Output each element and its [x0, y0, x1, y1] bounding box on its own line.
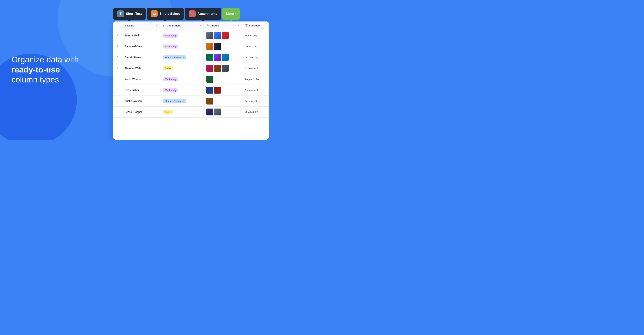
- table-body: 1Jerome BellMarketingMay 6, 20122Savanna…: [113, 30, 269, 118]
- row-photos: [204, 85, 242, 96]
- header-checkbox[interactable]: [116, 24, 119, 27]
- row-number: 4: [113, 63, 122, 74]
- hero-line1: Organize data with: [12, 55, 79, 64]
- row-photos: [204, 52, 242, 63]
- table-row[interactable]: 6Cody FisherMarketingDecember 2: [113, 85, 269, 96]
- department-badge: Marketing: [163, 44, 178, 48]
- photo-thumbnail: [206, 108, 213, 115]
- row-department: Marketing: [160, 85, 204, 96]
- name-col-label: Name: [127, 24, 134, 27]
- short-text-icon: T: [117, 10, 124, 17]
- row-number: 6: [113, 85, 122, 96]
- more-label: More ›: [226, 12, 236, 16]
- row-department: Human Resource: [160, 96, 204, 107]
- row-department: Marketing: [160, 30, 204, 41]
- row-department: Marketing: [160, 74, 204, 85]
- table-row[interactable]: 7Kristin WatsonHuman ResourceFebruary 9,: [113, 96, 269, 107]
- photos-col-icon: 📎: [206, 24, 210, 27]
- row-name: Kristin Watson: [122, 96, 160, 107]
- photo-thumbnail: [206, 76, 213, 83]
- row-date: May 6, 2012: [242, 30, 269, 41]
- attachments-label: Attachments: [198, 12, 217, 16]
- col-date-header[interactable]: 📅 Start date: [242, 21, 269, 30]
- row-department: Marketing: [160, 41, 204, 52]
- more-button[interactable]: More ›: [222, 8, 240, 20]
- row-photos: [204, 30, 242, 41]
- row-department: Sales: [160, 63, 204, 74]
- row-photos: [204, 74, 242, 85]
- table-row[interactable]: 5Wade WarrenMarketingAugust 2, 20: [113, 74, 269, 85]
- row-number: 3: [113, 52, 122, 63]
- hero-text: Organize data with ready-to-use column t…: [12, 55, 79, 85]
- col-photos-header[interactable]: 📎 Photos ▾: [204, 21, 242, 30]
- department-badge: Marketing: [163, 33, 178, 37]
- col-name-header[interactable]: T Name ▾: [122, 21, 160, 30]
- department-badge: Sales: [163, 66, 173, 70]
- photo-thumbnail: [206, 98, 213, 104]
- row-number: 5: [113, 74, 122, 85]
- dept-col-chevron: ▾: [200, 24, 201, 27]
- attachments-button[interactable]: 📎 Attachments: [185, 8, 221, 20]
- row-name: Savannah Yen: [122, 41, 160, 52]
- table-header-row: T Name ▾ 🏷 Department ▾: [113, 21, 269, 30]
- photo-thumbnail: [214, 32, 221, 39]
- col-dept-header[interactable]: 🏷 Department ▾: [160, 21, 204, 30]
- photo-thumbnail: [222, 65, 228, 72]
- photo-thumbnail: [206, 87, 213, 94]
- row-date: December 2: [242, 85, 269, 96]
- photo-thumbnail: [214, 43, 221, 50]
- department-badge: Marketing: [163, 88, 178, 92]
- row-number: 7: [113, 96, 122, 107]
- table-row[interactable]: 2Savannah YenMarketingAugust 24,: [113, 41, 269, 52]
- row-date: November 2: [242, 63, 269, 74]
- single-select-icon: 🏷: [151, 10, 158, 17]
- photo-thumbnail: [206, 65, 213, 72]
- table-row[interactable]: 4Theresa WebbSalesNovember 2: [113, 63, 269, 74]
- photo-thumbnail: [214, 108, 221, 115]
- name-col-chevron: ▾: [156, 24, 158, 27]
- date-col-icon: 📅: [245, 24, 248, 27]
- row-number: 1: [113, 30, 122, 41]
- single-select-label: Single Select: [160, 12, 180, 16]
- row-number: 2: [113, 41, 122, 52]
- photo-thumbnail: [214, 87, 221, 94]
- row-photos: [204, 41, 242, 52]
- photo-thumbnail: [206, 54, 213, 61]
- row-date: October 24,: [242, 52, 269, 63]
- col-checkbox: [113, 21, 122, 30]
- hero-line2: ready-to-use: [12, 65, 60, 74]
- row-date: August 2, 20: [242, 74, 269, 85]
- photo-thumbnail: [214, 65, 221, 72]
- short-text-label: Short Text: [126, 12, 142, 16]
- photos-col-label: Photos: [210, 24, 219, 27]
- hero-line3: column types: [12, 75, 59, 84]
- row-name: Jerome Bell: [122, 30, 160, 41]
- row-name: Wade Warren: [122, 74, 160, 85]
- row-date: February 9,: [242, 96, 269, 107]
- row-name: Darrell Steward: [122, 52, 160, 63]
- table-row[interactable]: 8Bessie CooperSalesMarch 6, 20: [113, 107, 269, 118]
- table-row[interactable]: 1Jerome BellMarketingMay 6, 2012: [113, 30, 269, 41]
- row-photos: [204, 96, 242, 107]
- name-col-icon: T: [124, 24, 126, 27]
- department-badge: Human Resource: [163, 55, 186, 59]
- department-badge: Human Resource: [163, 99, 186, 103]
- table-row[interactable]: 3Darrell StewardHuman ResourceOctober 24…: [113, 52, 269, 63]
- row-photos: [204, 107, 242, 118]
- row-name: Cody Fisher: [122, 85, 160, 96]
- tooltip-row: T Short Text 🏷 Single Select 📎 Attachmen…: [110, 8, 269, 20]
- attachments-icon: 📎: [189, 10, 196, 17]
- photos-col-chevron: ▾: [238, 24, 239, 27]
- row-number: 8: [113, 107, 122, 118]
- table-container: T Name ▾ 🏷 Department ▾: [113, 21, 269, 140]
- photo-thumbnail: [206, 32, 213, 39]
- row-date: August 24,: [242, 41, 269, 52]
- data-table: T Name ▾ 🏷 Department ▾: [113, 21, 269, 118]
- department-badge: Marketing: [163, 77, 178, 81]
- photo-thumbnail: [222, 54, 228, 61]
- row-department: Sales: [160, 107, 204, 118]
- row-photos: [204, 63, 242, 74]
- single-select-button[interactable]: 🏷 Single Select: [147, 8, 184, 20]
- date-col-label: Start date: [249, 24, 260, 27]
- short-text-button[interactable]: T Short Text: [113, 8, 146, 20]
